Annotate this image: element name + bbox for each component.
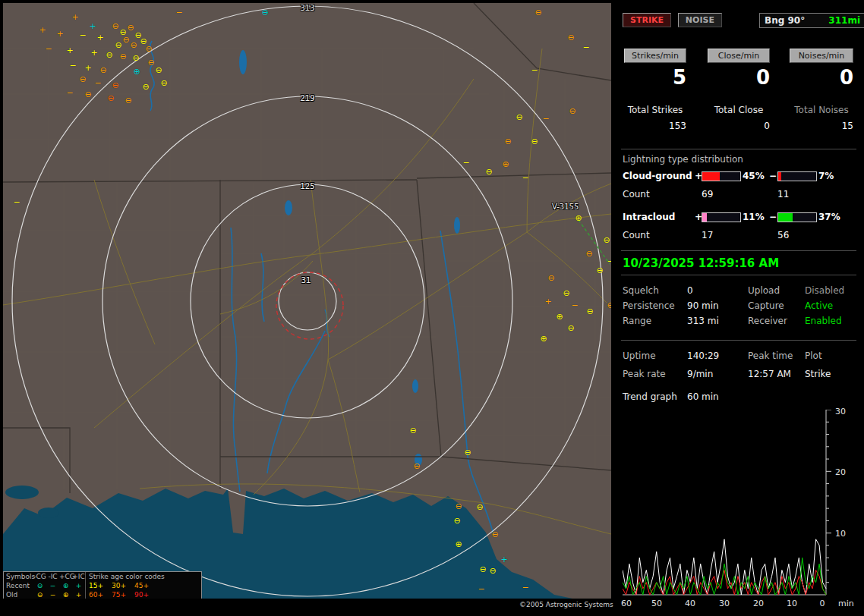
strike-symbol-ic-: − xyxy=(531,66,538,74)
strike-symbol-ic+: + xyxy=(66,46,73,55)
strike-symbol-ic+: + xyxy=(96,33,103,42)
strike-symbol-cg-: ⊖ xyxy=(125,96,131,105)
strike-symbol-cg-: ⊖ xyxy=(147,58,154,67)
distribution-title: Lightning type distribution xyxy=(623,154,743,165)
ic-negative-count: 56 xyxy=(777,230,789,240)
squelch-value: 0 xyxy=(687,285,693,296)
close-column: Close/min 0 Total Close 0 xyxy=(708,49,770,131)
strike-symbol-ic-: − xyxy=(522,174,528,182)
strike-symbol-cg-: ⊖ xyxy=(479,565,486,574)
datetime-display: 10/23/2025 12:59:16 AM xyxy=(623,256,779,270)
stats-section: Strikes/min 5 Total Strikes 153 Close/mi… xyxy=(616,49,861,140)
legend-col-ic-pos: +IC xyxy=(72,572,85,581)
strike-symbol-cg-: ⊖ xyxy=(476,503,483,511)
strike-symbol-ic+: + xyxy=(544,297,551,306)
cg-pos-icon: ⊕ xyxy=(59,590,72,599)
close-per-min-value: 0 xyxy=(708,66,770,89)
receiver-label: Receiver xyxy=(748,316,787,326)
cg-negative-pct: 7% xyxy=(818,171,834,181)
strike-symbol-ic-: − xyxy=(94,79,101,87)
strike-symbol-cg+: ⊕ xyxy=(575,214,582,222)
peak-time-label: Peak time xyxy=(748,350,793,361)
ic-neg-icon: − xyxy=(46,581,59,590)
ic-pos-icon: + xyxy=(72,581,85,590)
ic-negative-bar xyxy=(777,212,817,222)
ytick-30: 30 xyxy=(835,407,846,416)
strike-symbol-cg-: ⊖ xyxy=(596,266,603,275)
strike-symbol-cg-: ⊖ xyxy=(504,137,511,146)
strike-symbol-ic-: − xyxy=(522,583,528,592)
range-ring-label-31: 31 xyxy=(301,277,311,284)
peak-rate-value: 9/min xyxy=(687,369,713,379)
strike-symbol-cg-: ⊖ xyxy=(569,107,575,115)
strikes-column: Strikes/min 5 Total Strikes 153 xyxy=(624,49,686,131)
strike-symbol-cg-: ⊖ xyxy=(142,83,149,91)
peak-time-value: 12:57 AM xyxy=(748,369,791,379)
settings-row: Squelch 0 Upload Disabled xyxy=(616,285,861,300)
ic-positive-count: 17 xyxy=(702,230,713,240)
xaxis-unit: min xyxy=(838,599,854,608)
noise-toggle-button[interactable]: NOISE xyxy=(678,13,722,27)
strike-symbol-cg-: ⊖ xyxy=(261,8,268,17)
noises-per-min-value: 0 xyxy=(790,66,853,89)
xtick-0: 0 xyxy=(820,599,825,608)
strike-symbol-cg+: ⊕ xyxy=(556,313,563,321)
strike-symbol-ic+: + xyxy=(56,30,63,38)
strike-symbol-cg-: ⊖ xyxy=(79,75,86,83)
legend-col-cg-pos: +CG xyxy=(59,572,72,581)
strike-symbol-ic-: − xyxy=(175,8,182,17)
persistence-label: Persistence xyxy=(623,300,675,311)
total-noises-label: Total Noises xyxy=(790,105,853,115)
age-60: 60+ xyxy=(89,590,112,599)
peak-rate-row: Peak rate 9/min 12:57 AM Strike xyxy=(616,369,861,384)
strike-symbol-cg-: ⊖ xyxy=(132,54,139,62)
upload-status: Disabled xyxy=(805,285,844,296)
noises-per-min-button[interactable]: Noises/min xyxy=(790,49,853,63)
strike-symbol-cg-: ⊖ xyxy=(453,517,460,525)
cg-positive-pct: 45% xyxy=(743,171,765,181)
range-value: 313 mi xyxy=(687,316,719,326)
divider xyxy=(621,275,856,275)
plot-value: Strike xyxy=(805,369,831,379)
legend-recent-row: Recent ⊖ − ⊕ + 15+ 30+ 45+ xyxy=(4,581,201,590)
strike-symbol-cg-: ⊖ xyxy=(84,90,91,99)
legend-recent-label: Recent xyxy=(4,581,33,590)
strikes-per-min-button[interactable]: Strikes/min xyxy=(624,49,686,63)
cg-positive-count: 69 xyxy=(702,189,713,200)
range-label: Range xyxy=(623,316,651,326)
ic-positive-bar xyxy=(702,212,741,222)
strike-symbol-cg-: ⊖ xyxy=(155,66,162,74)
strike-symbol-ic-: − xyxy=(582,43,589,52)
minus-sign: − xyxy=(769,212,777,222)
strike-symbol-cg-: ⊖ xyxy=(567,324,574,332)
strike-symbol-cg-: ⊖ xyxy=(112,22,118,30)
trend-graph: 30 20 10 60 50 40 30 20 10 0 min xyxy=(623,410,858,611)
close-per-min-button[interactable]: Close/min xyxy=(708,49,770,63)
legend-col-ic-neg: -IC xyxy=(46,572,59,581)
trend-header: Trend graph 60 min xyxy=(616,391,861,407)
cloud-ground-label: Cloud-ground xyxy=(623,171,692,181)
uptime-section: Uptime 140:29 Peak time Plot Peak rate 9… xyxy=(616,350,861,387)
ic-pos-icon: + xyxy=(72,590,85,599)
ic-neg-icon: − xyxy=(46,590,59,599)
xtick-60: 60 xyxy=(621,599,632,608)
cg-pos-icon: ⊕ xyxy=(59,581,72,590)
strike-symbol-cg-: ⊖ xyxy=(485,168,492,176)
cloud-ground-row: Cloud-ground + 45% − 7% xyxy=(623,171,856,181)
strike-symbol-cg-: ⊖ xyxy=(409,426,416,435)
count-label: Count xyxy=(623,230,650,240)
range-ring-label-125: 125 xyxy=(300,183,314,190)
strike-symbol-ic+: + xyxy=(500,555,507,564)
strike-symbol-cg-: ⊖ xyxy=(413,462,420,470)
persistence-value: 90 min xyxy=(687,300,719,311)
noises-column: Noises/min 0 Total Noises 15 xyxy=(790,49,853,131)
lightning-map[interactable]: 313 219 125 31 V-3155 +++−+⊖⊖⊖⊖⊖⊖⊖⊖⊖−++⊖… xyxy=(3,3,611,599)
legend-col-cg-neg: -CG xyxy=(33,572,46,581)
nexstorm-app: { "panel": { "strike_button": "STRIKE", … xyxy=(0,0,864,616)
strike-symbol-cg-: ⊖ xyxy=(491,530,498,539)
strike-toggle-button[interactable]: STRIKE xyxy=(623,13,671,27)
divider xyxy=(621,340,856,341)
squelch-label: Squelch xyxy=(623,285,659,296)
intracloud-label: Intracloud xyxy=(623,212,675,222)
ic-positive-pct: 11% xyxy=(743,212,765,222)
